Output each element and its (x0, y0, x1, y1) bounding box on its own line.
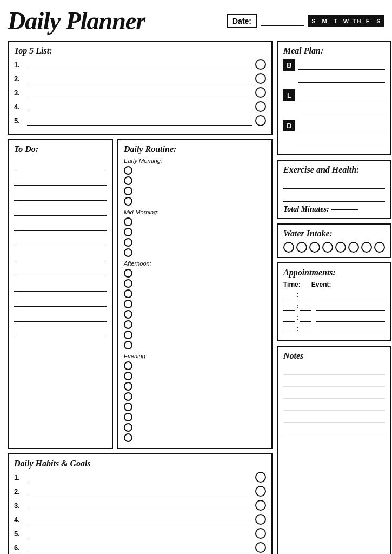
appt-event-line-3[interactable] (316, 313, 385, 322)
routine-circle-0-2[interactable] (124, 187, 132, 195)
appt-min-4[interactable] (300, 325, 311, 333)
routine-circle-3-0[interactable] (124, 361, 132, 370)
habit-circle-3[interactable] (255, 500, 266, 511)
routine-circle-0-0[interactable] (124, 166, 132, 175)
todo-line-7[interactable] (14, 248, 107, 261)
habit-input-line-3[interactable] (27, 500, 253, 510)
note-line-5[interactable] (283, 412, 385, 423)
routine-circle-3-1[interactable] (124, 372, 132, 380)
day-box-s[interactable]: S (373, 15, 384, 27)
note-line-2[interactable] (283, 376, 385, 387)
water-circle-8[interactable] (374, 242, 385, 253)
habit-circle-2[interactable] (255, 486, 266, 497)
routine-circle-1-1[interactable] (124, 228, 132, 236)
routine-circle-2-7[interactable] (124, 341, 132, 349)
top5-input-line-1[interactable] (27, 60, 252, 69)
water-circle-1[interactable] (283, 242, 294, 253)
appt-min-1[interactable] (300, 291, 311, 299)
top5-circle-2[interactable] (255, 73, 266, 84)
day-box-s[interactable]: S (308, 15, 320, 27)
day-box-m[interactable]: M (318, 15, 330, 27)
appt-hour-2[interactable] (283, 302, 295, 311)
habit-circle-6[interactable] (255, 542, 266, 553)
routine-circle-2-1[interactable] (124, 279, 132, 288)
appt-min-3[interactable] (300, 313, 311, 322)
routine-circle-3-7[interactable] (124, 433, 132, 442)
minutes-line[interactable] (331, 209, 358, 210)
todo-line-1[interactable] (14, 157, 107, 170)
water-circle-2[interactable] (296, 242, 307, 253)
routine-circle-2-0[interactable] (124, 269, 132, 278)
water-circle-7[interactable] (361, 242, 372, 253)
note-line-3[interactable] (283, 388, 385, 399)
top5-input-line-3[interactable] (27, 88, 252, 97)
routine-circle-2-5[interactable] (124, 320, 132, 329)
meal-line-d-1[interactable] (298, 133, 385, 143)
meal-line-d-0[interactable] (298, 120, 385, 130)
routine-circle-1-3[interactable] (124, 248, 132, 257)
water-circle-3[interactable] (309, 242, 320, 253)
date-input-line[interactable] (261, 16, 304, 26)
routine-circle-2-2[interactable] (124, 289, 132, 298)
todo-line-8[interactable] (14, 263, 107, 276)
routine-circle-2-3[interactable] (124, 300, 132, 308)
water-circle-5[interactable] (335, 242, 346, 253)
habit-input-line-4[interactable] (27, 515, 253, 524)
routine-circle-1-0[interactable] (124, 217, 132, 226)
routine-circle-2-4[interactable] (124, 310, 132, 319)
meal-line-l-0[interactable] (298, 89, 385, 100)
top5-circle-5[interactable] (255, 115, 266, 126)
todo-line-4[interactable] (14, 203, 107, 216)
habit-input-line-2[interactable] (27, 486, 253, 496)
todo-line-12[interactable] (14, 324, 107, 337)
habit-input-line-6[interactable] (27, 543, 253, 552)
routine-circle-3-4[interactable] (124, 403, 132, 411)
top5-input-line-5[interactable] (27, 116, 252, 126)
habit-input-line-1[interactable] (27, 472, 253, 482)
appt-hour-1[interactable] (283, 291, 295, 299)
todo-line-11[interactable] (14, 309, 107, 322)
top5-input-line-4[interactable] (27, 102, 252, 111)
note-line-1[interactable] (283, 364, 385, 375)
todo-line-6[interactable] (14, 233, 107, 246)
appt-event-line-4[interactable] (316, 325, 385, 333)
todo-line-5[interactable] (14, 218, 107, 231)
todo-line-3[interactable] (14, 188, 107, 201)
routine-circle-0-3[interactable] (124, 197, 132, 206)
routine-circle-2-6[interactable] (124, 331, 132, 339)
day-box-w[interactable]: W (340, 15, 352, 27)
appt-event-line-2[interactable] (316, 302, 385, 311)
note-line-4[interactable] (283, 400, 385, 411)
routine-circle-3-5[interactable] (124, 413, 132, 421)
exercise-line-2[interactable] (283, 191, 385, 202)
meal-line-l-1[interactable] (298, 102, 385, 113)
water-circle-4[interactable] (322, 242, 333, 253)
habit-circle-5[interactable] (255, 528, 266, 539)
water-circle-6[interactable] (348, 242, 359, 253)
habit-input-line-5[interactable] (27, 529, 253, 538)
habit-circle-1[interactable] (255, 472, 266, 483)
habit-circle-4[interactable] (255, 514, 266, 525)
day-box-f[interactable]: F (362, 15, 374, 27)
appt-hour-3[interactable] (283, 313, 295, 322)
todo-line-10[interactable] (14, 294, 107, 307)
meal-line-b-1[interactable] (298, 72, 385, 83)
routine-circle-0-1[interactable] (124, 176, 132, 185)
routine-circle-1-2[interactable] (124, 238, 132, 247)
appt-hour-4[interactable] (283, 325, 295, 333)
top5-input-line-2[interactable] (27, 74, 252, 83)
appt-min-2[interactable] (300, 302, 311, 311)
day-box-th[interactable]: TH (351, 15, 363, 27)
day-box-t[interactable]: T (329, 15, 341, 27)
exercise-line-1[interactable] (283, 178, 385, 189)
top5-circle-3[interactable] (255, 87, 266, 98)
routine-circle-3-3[interactable] (124, 392, 132, 401)
meal-line-b-0[interactable] (298, 59, 385, 70)
routine-circle-3-6[interactable] (124, 423, 132, 432)
appt-event-line-1[interactable] (316, 291, 385, 299)
todo-line-2[interactable] (14, 173, 107, 186)
note-line-6[interactable] (283, 424, 385, 434)
top5-circle-4[interactable] (255, 101, 266, 112)
top5-circle-1[interactable] (255, 59, 266, 70)
routine-circle-3-2[interactable] (124, 382, 132, 391)
